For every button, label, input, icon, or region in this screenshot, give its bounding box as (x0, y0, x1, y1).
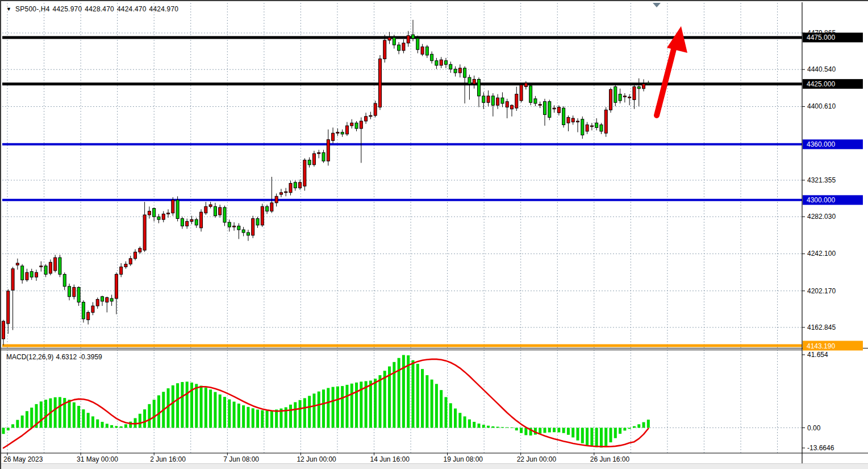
candlestick (219, 207, 222, 215)
candlestick (378, 59, 381, 107)
macd-histogram-bar (610, 428, 612, 443)
candlestick (73, 287, 76, 296)
macd-histogram-bar (172, 385, 174, 428)
price-level-badge-label: 4475.000 (807, 34, 835, 41)
candlestick (139, 248, 141, 252)
macd-histogram-bar (101, 422, 104, 428)
macd-histogram-bar (237, 404, 240, 428)
macd-histogram-bar (16, 420, 19, 428)
candlestick (520, 85, 523, 101)
macd-histogram-bar (468, 420, 471, 428)
macd-histogram-bar (515, 428, 518, 431)
quote-open-value: 4425.970 (53, 5, 82, 13)
candlestick (322, 153, 325, 161)
candlestick (82, 302, 85, 319)
macd-histogram-bar (378, 375, 381, 428)
candlestick (303, 160, 306, 186)
candlestick (553, 108, 556, 109)
macd-histogram-bar (318, 392, 320, 428)
candlestick (577, 121, 579, 122)
candlestick (571, 118, 574, 122)
candlestick (425, 47, 428, 55)
macd-histogram-bar (619, 428, 621, 434)
macd-histogram-bar (40, 401, 43, 428)
candlestick (143, 215, 146, 250)
time-axis-label: 12 Jun 00:00 (297, 455, 336, 463)
macd-histogram-bar (181, 382, 183, 428)
macd-histogram-bar (562, 428, 565, 433)
macd-histogram-bar (11, 424, 14, 428)
macd-histogram-bar (586, 428, 589, 446)
window-bottom-strip (1, 463, 868, 469)
candlestick (586, 125, 589, 131)
chart-canvas[interactable]: 4479.8654440.5404400.6104321.3554282.030… (1, 1, 868, 469)
chart-quote-header: ▼SP500-,H44425.9704428.4704424.4704424.9… (6, 5, 181, 13)
macd-value-label: 4.6312 (56, 353, 77, 361)
candlestick (365, 117, 368, 121)
macd-histogram-bar (553, 428, 556, 433)
macd-histogram-bar (482, 425, 485, 428)
candlestick (454, 69, 457, 73)
macd-histogram-bar (2, 428, 5, 434)
macd-histogram-bar (464, 416, 466, 428)
macd-histogram-bar (425, 375, 428, 428)
macd-histogram-bar (577, 428, 579, 441)
candlestick (115, 275, 118, 298)
candlestick (134, 252, 137, 258)
macd-histogram-bar (637, 424, 640, 428)
candlestick (63, 275, 66, 287)
chart-background (1, 1, 868, 469)
triangle-down-icon[interactable]: ▼ (6, 6, 11, 12)
macd-histogram-bar (590, 428, 593, 447)
candlestick (341, 132, 344, 134)
candlestick (482, 96, 485, 102)
macd-histogram-bar (421, 369, 424, 428)
macd-histogram-bar (581, 428, 584, 443)
macd-histogram-bar (82, 409, 85, 428)
candlestick (539, 105, 541, 106)
candlestick (393, 38, 395, 45)
macd-histogram-bar (312, 393, 315, 428)
candlestick (468, 77, 471, 84)
candlestick (237, 226, 240, 230)
macd-histogram-bar (548, 428, 551, 433)
macd-histogram-bar (176, 383, 179, 428)
candlestick (223, 207, 226, 222)
candlestick (388, 38, 391, 40)
candlestick (30, 272, 33, 277)
candlestick (614, 87, 617, 103)
macd-histogram-bar (205, 388, 207, 428)
price-axis-label: 4242.100 (807, 250, 836, 258)
macd-histogram-bar (96, 420, 99, 428)
candlestick (501, 98, 504, 103)
macd-histogram-bar (148, 404, 151, 428)
macd-histogram-bar (501, 427, 504, 428)
time-axis-label: 14 Jun 16:00 (370, 455, 410, 463)
macd-histogram-bar (628, 428, 631, 429)
candlestick (590, 126, 593, 127)
price-axis-label: 4321.355 (807, 176, 836, 184)
candlestick (87, 313, 90, 320)
candlestick (345, 126, 348, 134)
candlestick (496, 98, 499, 105)
candlestick (120, 267, 123, 274)
macd-axis-label: -13.6646 (807, 444, 834, 452)
macd-histogram-bar (294, 402, 297, 428)
candlestick (633, 87, 636, 100)
candlestick (515, 94, 518, 109)
candlestick (242, 230, 245, 233)
macd-histogram-bar (416, 364, 419, 428)
macd-histogram-bar (143, 409, 146, 428)
macd-histogram-bar (449, 403, 452, 428)
macd-histogram-bar (256, 409, 259, 428)
candlestick (619, 94, 621, 101)
macd-histogram-bar (233, 402, 236, 428)
candlestick (647, 83, 650, 84)
macd-histogram-bar (91, 416, 94, 428)
macd-histogram-bar (510, 428, 513, 428)
macd-histogram-bar (604, 428, 607, 446)
candlestick (106, 297, 108, 302)
macd-histogram-bar (186, 381, 189, 428)
macd-histogram-bar (73, 402, 76, 428)
candlestick (176, 200, 179, 219)
